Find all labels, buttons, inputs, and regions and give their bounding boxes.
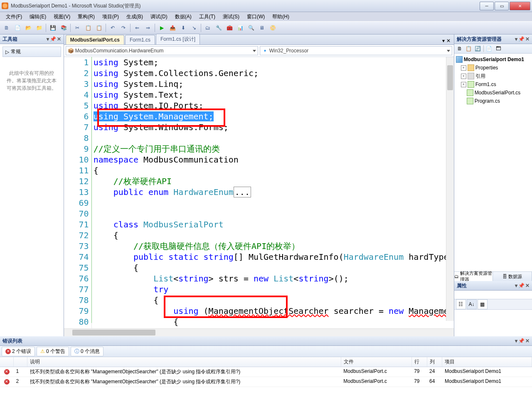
step-into-button[interactable]: ↘ [189, 23, 199, 33]
data-sources-button[interactable]: 📀 [268, 23, 278, 33]
field-icon: 🔹 [262, 48, 268, 54]
tree-root[interactable]: ModbusSerialport Demo1 [456, 55, 530, 64]
errors-filter[interactable]: ✕ 2 个错误 [2, 347, 35, 356]
menu-item[interactable]: 调试(D) [147, 12, 171, 21]
error-row[interactable]: ✕1找不到类型或命名空间名称 "ManagementObjectSearcher… [0, 367, 532, 377]
type-combo[interactable]: 📦 ModbusCommunication.HardwareEnum [66, 46, 258, 55]
class-view-button[interactable]: 📊 [235, 23, 245, 33]
menu-item[interactable]: 帮助(H) [269, 12, 293, 21]
dropdown-icon[interactable]: ▾ [515, 338, 517, 344]
close-panel-icon[interactable]: ✕ [525, 36, 530, 42]
dropdown-icon[interactable]: ▾ [515, 36, 517, 42]
code-content[interactable]: using System;using System.Collections.Ge… [92, 57, 454, 328]
start-debug-button[interactable]: ▶ [157, 23, 167, 33]
tree-item[interactable]: ModbusSerialPort.cs [456, 89, 530, 97]
save-button[interactable]: 💾 [48, 23, 58, 33]
properties-title: 属性 [457, 282, 467, 289]
tree-item[interactable]: Program.cs [456, 97, 530, 105]
warnings-filter[interactable]: ⚠ 0 个警告 [37, 347, 69, 356]
expand-icon[interactable]: + [461, 74, 466, 79]
property-object-combo[interactable] [454, 291, 532, 299]
error-table[interactable]: 说明文件行列项目 ✕1找不到类型或命名空间名称 "ManagementObjec… [0, 357, 532, 397]
tree-item[interactable]: + 引用 [456, 72, 530, 80]
toolbox-category[interactable]: ▷ 常规 [2, 47, 61, 57]
menu-item[interactable]: 数据(A) [172, 12, 195, 21]
property-pages-button[interactable]: ▦ [478, 299, 488, 309]
menu-item[interactable]: 项目(P) [99, 12, 122, 21]
pin-icon[interactable]: 📌 [50, 36, 56, 42]
expand-icon[interactable]: + [461, 65, 466, 71]
minimize-button[interactable]: ─ [480, 2, 494, 10]
tree-item[interactable]: + Properties [456, 64, 530, 72]
tab-overflow-button[interactable]: ▾ ✕ [439, 37, 453, 44]
open-file-button[interactable]: 📁 [34, 23, 44, 33]
member-combo[interactable]: 🔹 Win32_Processor [260, 46, 452, 55]
dropdown-icon[interactable]: ▾ [47, 36, 49, 42]
menu-item[interactable]: 编辑(E) [26, 12, 49, 21]
nav-back-button[interactable]: ⇐ [132, 23, 142, 33]
tab-data-sources[interactable]: 🗄 数据源 [493, 272, 532, 281]
pin-icon[interactable]: 📌 [518, 338, 525, 344]
alphabetical-button[interactable]: A↓ [467, 299, 477, 309]
close-panel-icon[interactable]: ✕ [525, 338, 530, 344]
show-all-icon[interactable]: 📋 [465, 45, 473, 52]
view-code-icon[interactable]: 📄 [485, 45, 493, 52]
close-button[interactable]: ✕ [510, 2, 530, 10]
close-panel-icon[interactable]: ✕ [525, 283, 530, 289]
solution-tree[interactable]: ModbusSerialport Demo1 + Properties + 引用… [454, 54, 532, 271]
server-explorer-button[interactable]: 🖥 [257, 23, 267, 33]
properties-button[interactable]: 🔧 [214, 23, 224, 33]
paste-button[interactable]: 📋 [94, 23, 104, 33]
nav-fwd-button[interactable]: ⇒ [143, 23, 153, 33]
document-tab[interactable]: ModbusSerialPort.cs [66, 35, 124, 44]
line-number-gutter: 1234567891011121369707172737475767778798… [64, 57, 92, 328]
debug-config-button[interactable]: 📤 [167, 23, 177, 33]
undo-button[interactable]: ↶ [108, 23, 118, 33]
menu-item[interactable]: 窗口(W) [244, 12, 268, 21]
menu-item[interactable]: 工具(T) [196, 12, 219, 21]
document-tab[interactable]: Form1.cs [125, 35, 155, 44]
expand-icon[interactable]: + [461, 82, 466, 87]
tab-solution-explorer[interactable]: 🗂 解决方案资源管理器 [454, 272, 493, 281]
solution-explorer-button[interactable]: 🗂 [203, 23, 213, 33]
code-editor[interactable]: 1234567891011121369707172737475767778798… [64, 57, 454, 328]
properties-icon[interactable]: 🗎 [456, 45, 463, 52]
properties-grid[interactable] [454, 310, 532, 336]
dropdown-icon[interactable]: ▾ [515, 283, 517, 289]
object-browser-button[interactable]: 🔍 [246, 23, 256, 33]
refresh-icon[interactable]: 🔄 [474, 45, 482, 52]
tree-label: ModbusSerialPort.cs [475, 89, 521, 96]
menu-item[interactable]: 重构(R) [74, 12, 98, 21]
horizontal-scrollbar[interactable] [64, 328, 454, 336]
close-panel-icon[interactable]: ✕ [57, 36, 61, 42]
document-tab[interactable]: Form1.cs [设计] [156, 34, 200, 44]
collapse-icon: ▷ [5, 49, 9, 55]
menu-item[interactable]: 生成(B) [123, 12, 146, 21]
new-file-button[interactable]: 📄 [12, 23, 22, 33]
warning-icon: ⚠ [40, 348, 45, 354]
vertical-scrollbar[interactable] [446, 57, 454, 321]
error-row[interactable]: ✕2找不到类型或命名空间名称 "ManagementObjectSearcher… [0, 377, 532, 387]
menu-item[interactable]: 文件(F) [2, 12, 25, 21]
messages-filter[interactable]: ⓘ 0 个消息 [71, 347, 103, 356]
document-tabs: ModbusSerialPort.csForm1.csForm1.cs [设计]… [64, 35, 454, 45]
open-button[interactable]: 📂 [23, 23, 33, 33]
tree-item[interactable]: + Form1.cs [456, 80, 530, 89]
pin-icon[interactable]: 📌 [518, 283, 525, 289]
toolbox-button[interactable]: 🧰 [224, 23, 234, 33]
redo-button[interactable]: ↷ [118, 23, 128, 33]
save-all-button[interactable]: 📚 [59, 23, 69, 33]
solution-icon: 🗂 [454, 274, 459, 279]
pin-icon[interactable]: 📌 [518, 36, 525, 42]
step-over-button[interactable]: ⬇ [178, 23, 188, 33]
cut-button[interactable]: ✂ [72, 23, 82, 33]
maximize-button[interactable]: ▭ [495, 2, 509, 10]
new-project-button[interactable]: 🗎 [2, 23, 12, 33]
window-titlebar: ModbusSerialport Demo1 - Microsoft Visua… [0, 0, 532, 12]
toolbox-title: 工具箱 [2, 36, 17, 43]
copy-button[interactable]: 📋 [83, 23, 93, 33]
menu-item[interactable]: 测试(S) [219, 12, 243, 21]
categorized-button[interactable]: ☷ [456, 299, 466, 309]
view-designer-icon[interactable]: 🗔 [495, 45, 502, 52]
menu-item[interactable]: 视图(V) [50, 12, 74, 21]
